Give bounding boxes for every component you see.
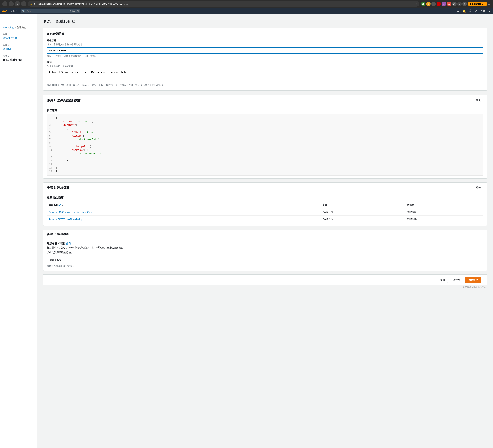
sidebar-step1: 步骤 1 选择可信实体 xyxy=(0,31,37,42)
url-input[interactable]: us-east-1.console.aws.amazon.com/iam/hom… xyxy=(34,3,414,5)
sidebar: ☰ IAM › 角色 › 创建角色 步骤 1 选择可信实体 步骤 2 添加权限 … xyxy=(0,14,37,448)
refresh-button[interactable]: ↻ xyxy=(15,1,20,7)
code-line-1: 1{ xyxy=(49,116,481,120)
search-shortcut: [Option+S] xyxy=(69,10,78,12)
code-line-5: 5 "Effect": "Allow", xyxy=(49,131,481,134)
role-name-note: 最长 64 个字符，请使用字母数字和'+=,.@-_'字符。 xyxy=(47,54,483,58)
permissions-table: 策略名称 ↗ ▲ 类型 ▼ 附加为 ▼ xyxy=(47,202,483,223)
tags-empty-label: 没有与资源关联的标签。 xyxy=(47,251,483,254)
sidebar-step2-link[interactable]: 添加权限 xyxy=(3,48,12,50)
step2-section: 步骤 2: 添加权限 编辑 权限策略摘要 策略名称 ↗ ▲ 类型 ▼ xyxy=(43,182,487,226)
footer-bar: 取消 上一步 创建角色 xyxy=(43,275,487,285)
sort-asc-icon[interactable]: ▲ xyxy=(61,204,63,206)
sort-desc-icon-type[interactable]: ▼ xyxy=(328,204,330,206)
search-icon: 🔍 xyxy=(22,10,25,12)
step1-header: 步骤 1: 选择受信任的实体 编辑 xyxy=(43,95,487,106)
code-line-2: 2 "Version": "2012-10-17", xyxy=(49,120,481,123)
type-cell-2: AWS 托管 xyxy=(321,216,405,223)
cancel-button[interactable]: 取消 xyxy=(437,277,448,283)
col-type[interactable]: 类型 ▼ xyxy=(321,202,405,208)
back-button[interactable]: ← xyxy=(2,1,7,7)
browser-chrome: ← → ↻ ⌂ 🔒 us-east-1.console.aws.amazon.c… xyxy=(0,0,493,8)
trust-policy-title: 信任策略 xyxy=(47,109,483,112)
role-details-title: 角色详细信息 xyxy=(47,32,483,36)
code-line-4: 4 { xyxy=(49,127,481,131)
role-name-label: 角色名称 xyxy=(47,39,483,42)
step3-section: 步骤 3: 添加标签 添加标签 - 可选 信息 标签是您可以添加到 AWS 资源… xyxy=(43,230,487,271)
breadcrumb-roles[interactable]: 角色 xyxy=(10,26,14,29)
step1-section: 步骤 1: 选择受信任的实体 编辑 信任策略 1{ 2 "Version": "… xyxy=(43,95,487,179)
breadcrumb-current: 创建角色 xyxy=(17,26,26,29)
step1-edit-button[interactable]: 编辑 xyxy=(473,98,483,103)
sidebar-step1-link[interactable]: 选择可信实体 xyxy=(3,37,17,39)
page-layout: ☰ IAM › 角色 › 创建角色 步骤 1 选择可信实体 步骤 2 添加权限 … xyxy=(0,14,493,448)
step2-edit-button[interactable]: 编辑 xyxy=(473,185,483,190)
create-role-button[interactable]: 创建角色 xyxy=(465,277,481,283)
sidebar-step2: 步骤 2 添加权限 xyxy=(0,42,37,53)
help-icon[interactable]: ⓘ xyxy=(469,9,472,13)
profile-icon-green: ON xyxy=(421,2,426,6)
permissions-title: 权限策略摘要 xyxy=(47,196,483,200)
watermark: CSDN @AI架构师易筋局 xyxy=(43,285,487,289)
col-attached-as[interactable]: 附加为 ▼ xyxy=(405,202,483,208)
desc-label: 描述 xyxy=(47,61,483,64)
cloud-icon[interactable]: ☁ xyxy=(457,10,459,13)
settings-icon[interactable]: ⚙ xyxy=(475,10,478,13)
table-row: AmazonEKSWorkerNodePolicy AWS 托管 权限策略 xyxy=(47,216,483,223)
code-line-14: 14 } xyxy=(49,162,481,166)
zoom-label: zor xyxy=(488,3,491,5)
services-menu-button[interactable]: ⁜ 服务 xyxy=(10,10,18,13)
desc-textarea[interactable]: Allows EC2 instances to call AWS service… xyxy=(47,69,483,82)
bell-icon[interactable]: 🔔 xyxy=(462,10,466,13)
step2-title: 步骤 2: 添加权限 xyxy=(47,186,69,190)
add-tag-button[interactable]: 添加新标签 xyxy=(47,257,65,263)
hamburger-menu[interactable]: ☰ xyxy=(0,17,37,24)
profile-icon-dark2: ◯ xyxy=(452,2,457,6)
tags-title-row: 添加标签 - 可选 信息 xyxy=(47,242,483,245)
step2-header: 步骤 2: 添加权限 编辑 xyxy=(43,182,487,193)
sidebar-step2-num: 步骤 2 xyxy=(3,43,34,47)
profile-icon-dark3: ■ xyxy=(457,2,462,6)
policy-link-2[interactable]: AmazonEKSWorkerNodePolicy xyxy=(49,218,82,221)
star-icon[interactable]: ★ xyxy=(415,3,417,5)
browser-nav-buttons: ← → ↻ ⌂ xyxy=(2,1,26,7)
address-bar[interactable]: 🔒 us-east-1.console.aws.amazon.com/iam/h… xyxy=(28,1,419,7)
forward-button[interactable]: → xyxy=(9,1,14,7)
step1-body: 信任策略 1{ 2 "Version": "2012-10-17", 3 "St… xyxy=(43,106,487,179)
tags-info-link[interactable]: 信息 xyxy=(66,242,71,245)
region-dropdown-icon[interactable]: ▼ xyxy=(488,10,491,12)
lock-icon: 🔒 xyxy=(30,3,33,5)
tags-limit-note: 最多可以再添加 50 个标签。 xyxy=(47,265,483,268)
search-input[interactable] xyxy=(26,10,68,12)
profile-icon-dark: ∞ xyxy=(431,2,436,6)
aws-logo: aws xyxy=(2,10,7,13)
policy-link-1[interactable]: AmazonEC2ContainerRegistryReadOnly xyxy=(49,211,92,213)
finish-update-button[interactable]: Finish update xyxy=(468,2,486,6)
sidebar-step3: 步骤 3 命名、查看和创建 xyxy=(0,53,37,64)
profile-icon-red: ● xyxy=(437,2,441,6)
code-line-16: 16} xyxy=(49,170,481,173)
page-title: 命名、查看和创建 xyxy=(43,19,487,24)
prev-button[interactable]: 上一步 xyxy=(450,277,463,283)
desc-hint: 为此角色添加一个简短说明。 xyxy=(47,65,483,68)
code-line-6: 6 "Action": [ xyxy=(49,134,481,138)
profile-icon-dark4: ⋮ xyxy=(462,2,467,6)
breadcrumb: IAM › 角色 › 创建角色 xyxy=(0,24,37,31)
sidebar-step1-num: 步骤 1 xyxy=(3,32,34,36)
region-label[interactable]: 全球 xyxy=(481,10,485,13)
role-name-input[interactable] xyxy=(47,47,483,54)
breadcrumb-iam[interactable]: IAM xyxy=(3,26,7,29)
desc-note: 最多 1000 个字符，使用字母（A-Z 和 a-z）、数字（0-9）、制表符、… xyxy=(47,84,483,87)
home-button[interactable]: ⌂ xyxy=(21,1,26,7)
step3-header: 步骤 3: 添加标签 xyxy=(43,230,487,239)
sort-desc-icon-attached[interactable]: ▼ xyxy=(415,204,417,206)
attached-cell-2: 权限策略 xyxy=(405,216,483,223)
code-line-7: 7 "sts:AssumeRole" xyxy=(49,138,481,141)
col-policy-name[interactable]: 策略名称 ↗ ▲ xyxy=(47,202,321,208)
code-line-10: 10 "Service": [ xyxy=(49,148,481,152)
aws-header: aws ⁜ 服务 🔍 [Option+S] ☁ 🔔 ⓘ ⚙ 全球 ▼ xyxy=(0,8,493,14)
code-line-15: 15] xyxy=(49,166,481,170)
step3-title: 步骤 3: 添加标签 xyxy=(47,232,69,236)
aws-search-bar[interactable]: 🔍 [Option+S] xyxy=(21,9,80,13)
sidebar-step3-num: 步骤 3 xyxy=(3,54,34,57)
